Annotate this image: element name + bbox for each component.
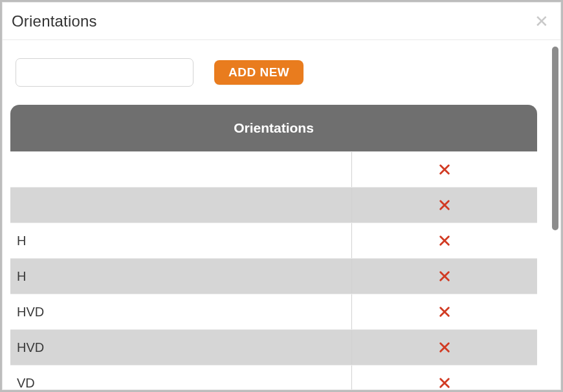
delete-x-icon[interactable] <box>436 303 454 321</box>
scroll-area[interactable]: ADD NEW Orientations <box>3 40 560 389</box>
table-row <box>10 187 537 223</box>
orientation-action-cell <box>352 303 537 321</box>
orientation-name-cell <box>10 152 352 187</box>
orientation-name-cell: H <box>10 223 352 258</box>
controls-row: ADD NEW <box>10 58 553 87</box>
delete-x-icon[interactable] <box>436 338 454 356</box>
add-new-button[interactable]: ADD NEW <box>214 60 304 85</box>
modal-titlebar: Orientations ✕ <box>3 3 560 40</box>
delete-x-icon[interactable] <box>436 267 454 285</box>
modal-title: Orientations <box>12 12 97 30</box>
close-icon[interactable]: ✕ <box>532 10 551 32</box>
table-row: VD <box>10 365 537 389</box>
table-row: HVD <box>10 329 537 365</box>
table-header: Orientations <box>10 105 537 151</box>
delete-x-icon[interactable] <box>436 374 454 389</box>
orientation-action-cell <box>352 338 537 356</box>
table-row: HVD <box>10 294 537 329</box>
orientation-name-cell: H <box>10 259 352 294</box>
orientation-action-cell <box>352 267 537 285</box>
orientation-action-cell <box>352 160 537 179</box>
orientation-name-cell: VD <box>10 365 352 389</box>
orientations-modal: Orientations ✕ ADD NEW Orientations <box>2 2 561 390</box>
table-row <box>10 151 537 187</box>
orientation-name-cell: HVD <box>10 294 352 329</box>
delete-x-icon[interactable] <box>436 160 454 179</box>
delete-x-icon[interactable] <box>436 196 454 214</box>
orientation-action-cell <box>352 232 537 250</box>
orientations-table: Orientations <box>10 105 537 389</box>
delete-x-icon[interactable] <box>436 232 454 250</box>
orientation-action-cell <box>352 374 537 389</box>
table-row: H <box>10 223 537 258</box>
orientation-action-cell <box>352 196 537 214</box>
orientation-name-cell <box>10 188 352 223</box>
modal-body: ADD NEW Orientations <box>3 40 560 389</box>
orientation-name-input[interactable] <box>16 58 193 87</box>
table-row: H <box>10 258 537 294</box>
orientation-name-cell: HVD <box>10 330 352 365</box>
scrollbar-thumb[interactable] <box>552 47 558 230</box>
